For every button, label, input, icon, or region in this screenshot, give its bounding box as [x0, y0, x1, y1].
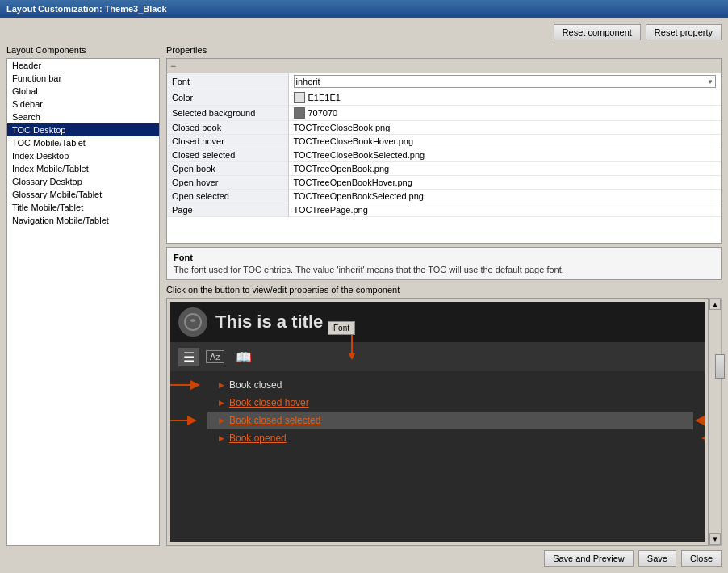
list-item-indexmobile[interactable]: Index Mobile/Tablet	[7, 162, 159, 175]
prop-value-font[interactable]: inherit ▼	[289, 73, 722, 90]
content-area: Layout Components Header Function bar Gl…	[6, 45, 722, 546]
prop-name-font: Font	[167, 73, 288, 90]
toc-entry-closed-selected: Closed selected ▶ Book closed selected	[207, 412, 693, 429]
closed-selected-arrow-svg	[170, 416, 197, 425]
right-panel: Properties − Font inherit ▼	[166, 45, 722, 546]
toc-text-closed-selected: Book closed selected	[229, 415, 320, 426]
list-item-global[interactable]: Global	[7, 85, 159, 98]
closed-selected-arrow-icon: ▶	[219, 416, 224, 425]
prop-row-closed-book: Closed book TOCTreeCloseBook.png	[167, 121, 721, 135]
preview-inner: This is a title Font ☰	[170, 302, 705, 542]
prop-value-page[interactable]: TOCTreePage.png	[289, 203, 722, 216]
prop-row-page: Page TOCTreePage.png	[167, 203, 721, 217]
scrollbar-thumb[interactable]	[715, 354, 725, 379]
title-bar-text: Layout Customization: Theme3_Black	[6, 4, 167, 14]
toolbar-az-icon: Az	[206, 350, 224, 363]
list-item-sidebar[interactable]: Sidebar	[7, 98, 159, 111]
prop-value-selected-bg[interactable]: 707070	[289, 106, 722, 120]
list-item-indexdesktop[interactable]: Index Desktop	[7, 149, 159, 162]
toc-text-closed-book: Book closed	[229, 379, 282, 391]
prop-value-open-selected[interactable]: TOCTreeOpenBookSelected.png	[289, 190, 722, 203]
font-dropdown[interactable]: inherit ▼	[294, 75, 717, 88]
prop-name-closed-book: Closed book	[167, 121, 288, 135]
closed-book-annotation: Closed book	[170, 378, 200, 391]
closed-book-arrow	[170, 380, 200, 390]
selected-bg-value-text: 707070	[308, 108, 338, 118]
main-window: Reset component Reset property Layout Co…	[0, 18, 728, 573]
list-item-functionbar[interactable]: Function bar	[7, 72, 159, 85]
prop-name-closed-hover: Closed hover	[167, 135, 288, 148]
list-item-titlemobile[interactable]: Title Mobile/Tablet	[7, 201, 159, 214]
title-bar: Layout Customization: Theme3_Black	[0, 0, 728, 18]
open-book-arrow-icon: ▶	[219, 434, 224, 442]
list-item-glossarydesktop[interactable]: Glossary Desktop	[7, 175, 159, 188]
preview-container: This is a title Font ☰	[166, 298, 709, 546]
prop-row-open-book: Open book TOCTreeOpenBook.png	[167, 162, 721, 176]
prop-header: −	[167, 59, 721, 73]
toc-text-open-book: Book opened	[229, 433, 287, 444]
prop-row-closed-selected: Closed selected TOCTreeCloseBookSelected…	[167, 148, 721, 162]
prop-name-color: Color	[167, 90, 288, 106]
prop-row-open-selected: Open selected TOCTreeOpenBookSelected.pn…	[167, 190, 721, 203]
properties-table-container: − Font inherit ▼	[166, 58, 722, 244]
save-preview-button[interactable]: Save and Preview	[544, 550, 634, 567]
toc-entry-closed-hover: ▶ Book closed hover Closed hover	[219, 394, 693, 412]
list-item-tocmobile[interactable]: TOC Mobile/Tablet	[7, 136, 159, 149]
prop-info-box: Font The font used for TOC entries. The …	[166, 247, 722, 280]
prop-name-open-selected: Open selected	[167, 190, 288, 203]
color-swatch-e1e1e1[interactable]	[294, 92, 305, 103]
top-buttons-area: Reset component Reset property	[6, 24, 722, 40]
layout-components-list[interactable]: Header Function bar Global Sidebar Searc…	[6, 58, 160, 546]
layout-components-label: Layout Components	[6, 45, 160, 55]
click-hint: Click on the button to view/edit propert…	[166, 285, 722, 295]
bottom-bar: Save and Preview Save Close	[6, 550, 722, 567]
prop-name-page: Page	[167, 203, 288, 217]
open-book-arrow-svg	[701, 433, 705, 443]
prop-value-open-hover[interactable]: TOCTreeOpenBookHover.png	[289, 176, 722, 189]
prop-name-closed-selected: Closed selected	[167, 148, 288, 162]
closed-book-arrow-icon: ▶	[219, 381, 224, 389]
list-item-navmobile[interactable]: Navigation Mobile/Tablet	[7, 214, 159, 227]
reset-property-button[interactable]: Reset property	[646, 24, 722, 40]
minus-icon: −	[170, 61, 176, 72]
properties-label: Properties	[166, 45, 722, 55]
prop-value-color[interactable]: E1E1E1	[289, 90, 722, 105]
toc-entries-area: Closed book ▶ Book closed	[170, 371, 705, 447]
close-button[interactable]: Close	[681, 550, 722, 567]
prop-value-closed-selected[interactable]: TOCTreeCloseBookSelected.png	[289, 148, 722, 161]
open-book-annotation: Open book	[701, 432, 705, 445]
preview-outer: This is a title Font ☰	[166, 298, 722, 546]
preview-outer-scrollbar[interactable]: ▲ ▼	[709, 298, 722, 546]
selected-bg-arrow-svg	[695, 416, 705, 425]
selected-bg-value-row: 707070	[294, 107, 717, 119]
preview-toolbar: ☰ Az 📖	[170, 342, 705, 371]
color-value-text: E1E1E1	[308, 93, 341, 102]
prop-value-closed-hover[interactable]: TOCTreeCloseBookHover.png	[289, 135, 722, 148]
prop-name-open-hover: Open hover	[167, 176, 288, 190]
list-item-header[interactable]: Header	[7, 59, 159, 72]
prop-value-open-book[interactable]: TOCTreeOpenBook.png	[289, 162, 722, 175]
toolbar-list-icon: ☰	[178, 348, 199, 366]
prop-name-open-book: Open book	[167, 162, 288, 176]
preview-title-bar: This is a title	[170, 302, 705, 342]
scrollbar-up-button[interactable]: ▲	[709, 299, 721, 310]
save-button[interactable]: Save	[638, 550, 676, 567]
prop-name-selected-bg: Selected background	[167, 106, 288, 121]
list-item-glossarymobile[interactable]: Glossary Mobile/Tablet	[7, 188, 159, 201]
reset-component-button[interactable]: Reset component	[554, 24, 641, 40]
left-panel: Layout Components Header Function bar Gl…	[6, 45, 160, 546]
list-item-tocdesktop[interactable]: TOC Desktop	[7, 123, 159, 136]
toc-text-closed-hover: Book closed hover	[229, 397, 309, 408]
list-item-search[interactable]: Search	[7, 111, 159, 123]
closed-hover-arrow-icon: ▶	[219, 399, 224, 407]
toc-entry-open-book: ▶ Book opened Open book	[219, 429, 693, 447]
prop-info-title: Font	[174, 253, 714, 262]
font-label-bubble: Font	[328, 321, 355, 335]
scrollbar-down-button[interactable]: ▼	[709, 533, 721, 545]
prop-value-closed-book[interactable]: TOCTreeCloseBook.png	[289, 121, 722, 134]
toc-entry-closed-book: ▶ Book closed	[219, 376, 693, 394]
font-value: inherit	[296, 77, 320, 86]
color-swatch-707070[interactable]	[294, 107, 305, 119]
preview-logo	[178, 307, 207, 337]
prop-row-closed-hover: Closed hover TOCTreeCloseBookHover.png	[167, 135, 721, 148]
